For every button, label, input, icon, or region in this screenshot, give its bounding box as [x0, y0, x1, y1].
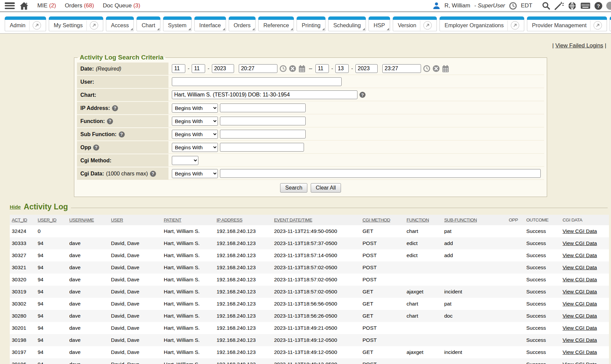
cell-opp — [507, 358, 524, 364]
date-from-day-input[interactable] — [192, 64, 205, 73]
search-icon[interactable] — [542, 1, 550, 10]
user-role: - SuperUser — [474, 2, 505, 9]
cgi-data-input[interactable] — [220, 169, 541, 178]
timezone-label: EDT — [521, 2, 532, 9]
help-icon[interactable] — [112, 105, 118, 111]
cell-act-id: 30198 — [10, 334, 36, 346]
view-cgi-data-link[interactable]: View CGI Data — [563, 361, 597, 364]
ip-address-input[interactable] — [220, 104, 306, 112]
date-from-month-input[interactable] — [172, 64, 185, 73]
cell-patient: Hart, William S. — [162, 334, 215, 346]
view-failed-logins-link[interactable]: View Failed Logins — [555, 42, 603, 49]
date-to-month-input[interactable] — [315, 64, 329, 73]
tab-orders[interactable]: Orders — [229, 20, 256, 31]
cgi-data-row: Cgi Data: (1000 chars max) Begins With — [77, 167, 544, 180]
view-cgi-data-link[interactable]: View CGI Data — [563, 289, 597, 294]
cell-opp — [507, 346, 524, 358]
edge-partial-icon — [606, 2, 611, 10]
view-cgi-data-link[interactable]: View CGI Data — [563, 277, 597, 282]
tab-access[interactable]: Access — [106, 20, 134, 31]
view-cgi-data-link[interactable]: View CGI Data — [563, 228, 597, 234]
cell-event: 2023-11-13T18:49:12-0500 — [272, 334, 360, 346]
cgi-method-select[interactable] — [172, 156, 198, 165]
view-cgi-data-link[interactable]: View CGI Data — [563, 265, 597, 270]
function-operator-select[interactable]: Begins With — [172, 117, 218, 126]
chart-input[interactable] — [172, 90, 357, 99]
tab-reference[interactable]: Reference — [258, 20, 294, 31]
clock-icon[interactable] — [509, 2, 517, 10]
nav-item-orders[interactable]: Orders (68) — [65, 2, 94, 9]
cell-user: David, Dave — [109, 249, 162, 261]
clear-date-icon[interactable] — [432, 65, 440, 72]
view-cgi-data-link[interactable]: View CGI Data — [563, 325, 597, 331]
cgi-data-operator-select[interactable]: Begins With — [172, 169, 218, 178]
tab-interface[interactable]: Interface — [194, 20, 226, 31]
calendar-icon[interactable] — [442, 65, 449, 73]
tab-system[interactable]: System — [163, 20, 192, 31]
tab-similar-exposures[interactable]: Similar Exposu — [610, 20, 611, 31]
opp-input[interactable] — [220, 143, 304, 152]
ip-operator-select[interactable]: Begins With — [172, 104, 218, 113]
cell-user: David, Dave — [109, 346, 162, 358]
view-cgi-data-link[interactable]: View CGI Data — [563, 240, 597, 246]
tab-printing[interactable]: Printing — [297, 20, 326, 31]
cell-cgi-data: View CGI Data — [561, 225, 609, 237]
tab-scheduling[interactable]: Scheduling — [328, 20, 366, 31]
help-icon[interactable] — [119, 131, 125, 137]
help-icon[interactable] — [359, 92, 366, 98]
time-picker-icon[interactable] — [279, 65, 287, 72]
sub-function-input[interactable] — [220, 130, 306, 138]
date-to-day-input[interactable] — [335, 64, 349, 73]
tab-hsp[interactable]: HSP — [369, 20, 390, 31]
date-to-year-input[interactable] — [355, 64, 378, 73]
sub-function-operator-select[interactable]: Begins With — [172, 130, 218, 139]
hide-link[interactable]: Hide — [10, 204, 21, 210]
tab-version[interactable]: Version — [393, 20, 437, 31]
time-to-input[interactable] — [382, 64, 421, 73]
time-from-input[interactable] — [239, 64, 277, 73]
opp-operator-select[interactable]: Begins With — [172, 143, 218, 152]
nav-item-mie[interactable]: MIE (2) — [37, 2, 56, 9]
calendar-icon[interactable] — [298, 65, 306, 73]
date-from-year-input[interactable] — [212, 64, 234, 73]
nav-item-doc-queue[interactable]: Doc Queue (3) — [103, 2, 141, 9]
view-cgi-data-link[interactable]: View CGI Data — [563, 313, 597, 319]
view-cgi-data-link[interactable]: View CGI Data — [563, 301, 597, 307]
tab-employer-organizations[interactable]: Employer Organizations — [440, 20, 524, 31]
hamburger-menu-icon[interactable] — [5, 2, 15, 9]
help-icon[interactable] — [93, 145, 99, 151]
clear-date-icon[interactable] — [289, 65, 296, 72]
view-cgi-data-link[interactable]: View CGI Data — [563, 337, 597, 343]
tab-bar: Admin My Settings Access Chart System In… — [0, 12, 611, 34]
help-icon[interactable] — [150, 171, 156, 177]
home-icon[interactable] — [20, 2, 29, 10]
user-name[interactable]: R, William — [445, 2, 470, 9]
clear-all-button[interactable]: Clear All — [311, 183, 341, 193]
user-input[interactable] — [172, 77, 342, 86]
tab-admin[interactable]: Admin — [5, 20, 46, 31]
tab-my-settings[interactable]: My Settings — [49, 20, 103, 31]
user-avatar-icon[interactable] — [432, 2, 441, 10]
cell-user-id: 94 — [36, 298, 67, 310]
cell-act-id: 30327 — [10, 249, 36, 261]
globe-icon[interactable] — [568, 2, 576, 10]
function-input[interactable] — [220, 117, 306, 125]
column-header-function: FUNCTION — [405, 215, 442, 225]
ip-address-label: IP Address: — [80, 105, 110, 111]
search-button[interactable]: Search — [280, 183, 307, 193]
tab-chart[interactable]: Chart — [137, 20, 160, 31]
keyboard-icon[interactable] — [580, 2, 590, 9]
date-row: Date: (Required) - - – - - — [77, 63, 544, 75]
user-row: User: — [77, 76, 544, 88]
help-icon[interactable] — [107, 118, 113, 124]
cell-user: David, Dave — [109, 358, 162, 364]
time-picker-icon[interactable] — [423, 65, 430, 72]
column-header-opp: OPP — [507, 215, 524, 225]
cell-ip: 192.168.240.123 — [215, 310, 272, 322]
table-row: 3033394daveDavid, DaveHart, William S.19… — [10, 237, 609, 249]
tab-provider-management[interactable]: Provider Management — [527, 20, 607, 31]
view-cgi-data-link[interactable]: View CGI Data — [563, 252, 597, 258]
magic-wand-icon[interactable] — [555, 1, 564, 10]
help-icon[interactable]: ? — [595, 2, 602, 10]
view-cgi-data-link[interactable]: View CGI Data — [563, 349, 597, 355]
